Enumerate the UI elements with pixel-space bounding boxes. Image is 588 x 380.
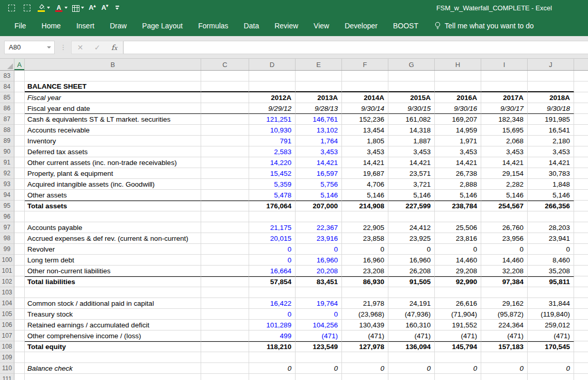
cell-partial-93[interactable] [574,179,588,190]
cell-D103[interactable] [249,287,296,298]
cell-E97[interactable]: 22,367 [296,222,342,233]
table-dotted-icon[interactable] [24,5,30,11]
cell-I88[interactable]: 15,695 [481,125,528,136]
cell-C103[interactable] [201,287,249,298]
cell-A107[interactable] [14,331,25,341]
cell-B87[interactable]: Cash & equivalents ST & LT market. secur… [25,114,201,125]
cell-E102[interactable]: 83,451 [296,276,342,287]
cell-C91[interactable] [201,157,249,168]
cell-D98[interactable]: 20,015 [249,233,296,244]
cell-A92[interactable] [14,168,25,179]
cell-D95[interactable]: 176,064 [249,201,296,211]
cell-I93[interactable]: 2,282 [481,179,528,190]
row-header-104[interactable]: 104 [0,298,14,309]
cell-B104[interactable]: Common stock / additional paid in capita… [25,298,201,309]
cell-E100[interactable]: 16,960 [296,255,342,266]
cell-G95[interactable]: 227,599 [388,201,435,211]
cell-J89[interactable]: 2,180 [528,136,574,146]
cell-I111[interactable] [481,374,528,380]
cell-J93[interactable]: 1,848 [528,179,574,190]
cell-E107[interactable]: (471) [296,331,342,341]
cell-G96[interactable] [388,211,435,222]
cell-I87[interactable]: 182,348 [481,114,528,125]
cell-H104[interactable]: 26,616 [435,298,481,309]
cell-G93[interactable]: 3,721 [388,179,435,190]
table-dashed-icon[interactable] [8,5,15,11]
cell-F110[interactable]: 0 [342,363,388,374]
cell-G110[interactable]: 0 [388,363,435,374]
column-header-A[interactable]: A [14,59,25,70]
cell-H85[interactable]: 2016A [435,92,481,103]
cell-E109[interactable] [296,352,342,363]
cell-F101[interactable]: 23,208 [342,266,388,276]
cell-H90[interactable]: 3,453 [435,146,481,157]
cell-H91[interactable]: 14,421 [435,157,481,168]
cell-F103[interactable] [342,287,388,298]
cell-J86[interactable]: 9/30/18 [528,103,574,114]
cell-A90[interactable] [14,146,25,157]
cell-partial-106[interactable] [574,320,588,331]
cell-J105[interactable]: (119,840) [528,309,574,320]
cell-I99[interactable]: 0 [481,244,528,255]
column-header-H[interactable]: H [435,59,481,70]
row-header-99[interactable]: 99 [0,244,14,255]
cell-partial-100[interactable] [574,255,588,266]
row-header-97[interactable]: 97 [0,222,14,233]
cell-E90[interactable]: 3,453 [296,146,342,157]
cell-B100[interactable]: Long term debt [25,255,201,266]
cell-D91[interactable]: 14,220 [249,157,296,168]
column-header-partial[interactable] [574,59,588,70]
chevron-down-icon[interactable] [47,46,51,48]
cell-F105[interactable]: (23,968) [342,309,388,320]
cell-B84[interactable]: BALANCE SHEET [25,81,201,92]
cell-H103[interactable] [435,287,481,298]
cell-E87[interactable]: 146,761 [296,114,342,125]
tab-home[interactable]: Home [34,15,69,36]
cell-G87[interactable]: 161,082 [388,114,435,125]
cell-A93[interactable] [14,179,25,190]
cell-F91[interactable]: 14,421 [342,157,388,168]
cell-I107[interactable]: (471) [481,331,528,341]
cell-G103[interactable] [388,287,435,298]
cell-J91[interactable]: 14,421 [528,157,574,168]
tab-page-layout[interactable]: Page Layout [135,15,191,36]
cell-A110[interactable] [14,363,25,374]
cell-partial-99[interactable] [574,244,588,255]
cell-G83[interactable] [388,71,435,81]
row-header-86[interactable]: 86 [0,103,14,114]
cell-E89[interactable]: 1,764 [296,136,342,146]
cell-J88[interactable]: 16,541 [528,125,574,136]
cell-F108[interactable]: 127,978 [342,341,388,352]
cell-C106[interactable] [201,320,249,331]
cell-J97[interactable]: 28,203 [528,222,574,233]
cell-partial-88[interactable] [574,125,588,136]
cell-J94[interactable]: 5,146 [528,190,574,201]
cell-G106[interactable]: 160,310 [388,320,435,331]
cell-E98[interactable]: 23,916 [296,233,342,244]
cell-B83[interactable] [25,71,201,81]
cell-J90[interactable]: 3,453 [528,146,574,157]
cell-D92[interactable]: 15,452 [249,168,296,179]
cell-H111[interactable] [435,374,481,380]
cell-G107[interactable]: (471) [388,331,435,341]
cell-G102[interactable]: 91,505 [388,276,435,287]
row-header-87[interactable]: 87 [0,114,14,125]
cell-B101[interactable]: Other non-current liabilities [25,266,201,276]
row-header-107[interactable]: 107 [0,331,14,341]
cell-G101[interactable]: 26,208 [388,266,435,276]
cell-partial-95[interactable] [574,201,588,211]
cell-D90[interactable]: 2,583 [249,146,296,157]
cell-partial-97[interactable] [574,222,588,233]
cell-C86[interactable] [201,103,249,114]
row-header-106[interactable]: 106 [0,320,14,331]
cell-E95[interactable]: 207,000 [296,201,342,211]
cell-B86[interactable]: Fiscal year end date [25,103,201,114]
cell-H97[interactable]: 25,506 [435,222,481,233]
tab-file[interactable]: File [7,15,34,36]
borders-button[interactable] [72,4,84,12]
cell-A101[interactable] [14,266,25,276]
row-header-110[interactable]: 110 [0,363,14,374]
cell-H88[interactable]: 14,959 [435,125,481,136]
cell-C98[interactable] [201,233,249,244]
cell-C99[interactable] [201,244,249,255]
